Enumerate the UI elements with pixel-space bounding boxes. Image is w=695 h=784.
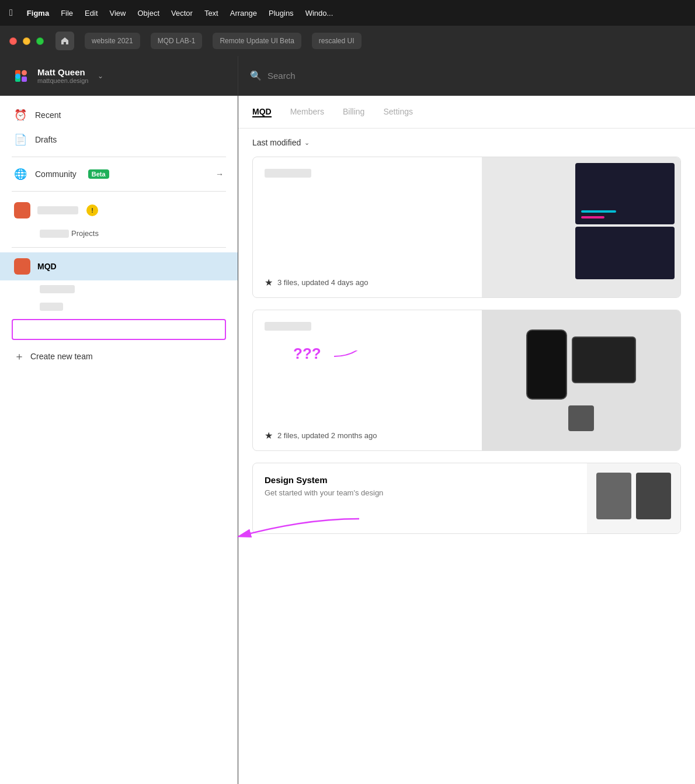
sidebar-item-drafts[interactable]: 📄 Drafts [0,127,238,152]
svg-rect-1 [22,70,27,75]
user-menu-chevron[interactable]: ⌄ [98,72,103,80]
project-2-info: ★ 2 files, updated 2 months ago [253,310,482,450]
community-arrow-icon: → [216,169,224,179]
warning-icon: ! [86,204,98,216]
mqd-label: MQD [37,262,57,271]
desktop-mockup [572,337,636,383]
project-card-1[interactable]: ★ 3 files, updated 4 days ago [252,157,681,298]
tab-billing[interactable]: Billing [343,107,364,117]
new-team-input-wrapper [0,315,238,344]
menu-object[interactable]: Object [137,9,159,18]
project-1-thumbnail [482,157,680,297]
menu-view[interactable]: View [110,9,126,18]
star-icon-1[interactable]: ★ [265,277,273,288]
sidebar-item-mqd[interactable]: MQD [0,252,238,280]
project-1-files-info: 3 files, updated 4 days ago [277,278,368,287]
project-2-thumbnail [482,310,680,450]
sort-label: Last modified [252,138,301,147]
user-info: Matt Queen mattqueen.design [37,67,88,84]
team1-avatar [14,202,30,218]
globe-icon: 🌐 [14,168,27,181]
create-new-team-button[interactable]: ＋ Create new team [0,344,238,369]
project-card-2[interactable]: ★ 2 files, updated 2 months ago [252,310,681,451]
team1-projects-label: Projects [71,229,99,238]
search-placeholder: Search [267,71,296,81]
apple-icon:  [9,8,13,18]
menu-bar:  Figma File Edit View Object Vector Tex… [0,0,695,26]
figma-logo-icon [12,67,30,85]
ds-thumb-1 [596,473,631,519]
chrome-tab-2[interactable]: MQD LAB-1 [151,33,203,49]
subitem2-blurred [40,303,63,311]
project-1-thumb-img-2 [575,227,675,279]
sort-chevron-icon: ⌄ [304,139,310,147]
search-bar[interactable]: 🔍 Search [238,56,695,96]
star-icon-2[interactable]: ★ [265,430,273,441]
design-system-info: Design System Get started with your team… [253,463,587,533]
sidebar: Matt Queen mattqueen.design ⌄ ⏰ Recent 📄… [0,56,238,784]
subitem1-blurred [40,285,75,293]
tabs-bar: MQD Members Billing Settings [238,96,695,129]
project-2-files-info: 2 files, updated 2 months ago [277,431,377,440]
fullscreen-button[interactable] [36,37,44,45]
menu-vector[interactable]: Vector [171,9,193,18]
sidebar-nav: ⏰ Recent 📄 Drafts 🌐 Community Beta → ! [0,96,238,784]
recent-label: Recent [35,110,61,120]
project-2-footer: ★ 2 files, updated 2 months ago [265,430,470,441]
new-team-input[interactable] [12,319,226,340]
project-1-info: ★ 3 files, updated 4 days ago [253,157,482,297]
sidebar-subitem-2[interactable] [0,298,238,315]
project-2-name-blurred [265,322,311,331]
design-system-thumbnails [587,463,680,533]
user-name: Matt Queen [37,67,88,77]
sidebar-item-recent[interactable]: ⏰ Recent [0,103,238,127]
drafts-icon: 📄 [14,133,27,146]
svg-rect-4 [15,74,20,79]
menu-edit[interactable]: Edit [85,9,98,18]
clock-icon: ⏰ [14,109,27,122]
minimize-button[interactable] [23,37,30,45]
team1-name-blurred [37,206,78,214]
divider-2 [12,191,226,192]
ds-thumb-2 [636,473,671,519]
home-button[interactable] [55,32,74,50]
beta-badge: Beta [88,169,109,179]
plus-icon: ＋ [14,349,25,363]
menu-text[interactable]: Text [204,9,218,18]
sort-bar[interactable]: Last modified ⌄ [238,129,695,157]
divider-3 [12,247,226,248]
tab-members[interactable]: Members [290,107,324,117]
project-1-name-blurred [265,169,311,178]
community-label: Community [35,169,77,179]
design-system-card[interactable]: Design System Get started with your team… [252,463,681,534]
chrome-tab-4[interactable]: rescaled UI [312,33,362,49]
sidebar-item-team1[interactable]: ! [0,196,238,224]
sidebar-header[interactable]: Matt Queen mattqueen.design ⌄ [0,56,238,96]
home-icon [60,36,70,46]
create-team-label: Create new team [30,352,93,361]
mqd-avatar [14,258,30,275]
team1-sub-blurred [40,230,69,238]
app-layout: Matt Queen mattqueen.design ⌄ ⏰ Recent 📄… [0,56,695,784]
right-panel: 🔍 Search MQD Members Billing Settings La… [238,56,695,784]
tab-mqd[interactable]: MQD [252,107,272,117]
menu-figma[interactable]: Figma [27,9,49,18]
close-button[interactable] [9,37,17,45]
search-icon: 🔍 [250,70,262,81]
project-1-footer: ★ 3 files, updated 4 days ago [265,277,470,288]
menu-window[interactable]: Windo... [305,9,333,18]
design-system-title: Design System [265,475,575,485]
thumb-accent-1 [581,210,616,213]
chrome-tab-1[interactable]: website 2021 [85,33,140,49]
menu-file[interactable]: File [61,9,73,18]
menu-arrange[interactable]: Arrange [230,9,257,18]
small-square-thumb [568,405,594,431]
tab-settings[interactable]: Settings [383,107,413,117]
sidebar-item-community[interactable]: 🌐 Community Beta → [0,162,238,186]
chrome-tab-3[interactable]: Remote Update UI Beta [213,33,301,49]
sidebar-subitem-1[interactable] [0,280,238,298]
window-chrome: website 2021 MQD LAB-1 Remote Update UI … [0,26,695,56]
svg-rect-3 [22,77,27,82]
sidebar-item-team1-projects[interactable]: Projects [0,224,238,242]
menu-plugins[interactable]: Plugins [269,9,294,18]
